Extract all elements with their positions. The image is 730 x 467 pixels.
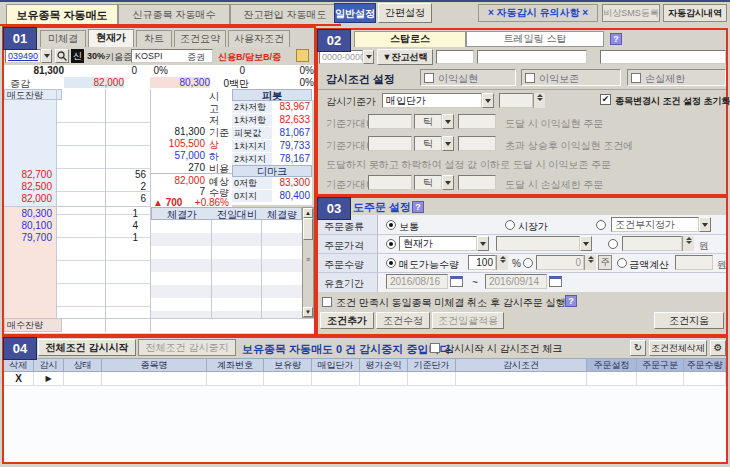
loss-limit-checkbox[interactable] [631, 73, 641, 83]
order-qty-amount-input[interactable] [675, 255, 713, 270]
col-header-ordersetting[interactable]: 주문설정 [587, 358, 637, 372]
tab-auto-sell-holdings[interactable]: 보유종목 자동매도 [6, 4, 118, 26]
stock-code-dropdown-arrow-icon[interactable] [41, 49, 52, 63]
order-type-market-radio[interactable] [505, 220, 515, 230]
order-price-current-arrow-icon[interactable] [477, 236, 489, 251]
base-price-dropdown-arrow-icon[interactable] [482, 93, 494, 108]
col-header-condition[interactable]: 감시조건 [456, 358, 587, 372]
validity-to-input[interactable]: 2016/09/14 [485, 274, 547, 289]
refresh-icon[interactable]: ↻ [630, 340, 646, 356]
cond1-value-input[interactable] [368, 114, 412, 129]
tab-user-condition[interactable]: 사용자조건 [228, 30, 290, 47]
general-settings-button[interactable]: 일반설정 [334, 3, 376, 23]
tab-auto-sell-balance[interactable]: 잔고편입 자동매도 [230, 4, 340, 26]
cond2-unit-arrow-icon[interactable] [442, 136, 454, 151]
col-header-holding[interactable]: 보유량 [264, 358, 312, 372]
tab-unfilled[interactable]: 미체결 [40, 30, 86, 47]
validity-from-input[interactable]: 2016/08/16 [386, 274, 448, 289]
ask-price[interactable]: 82,000 [4, 193, 52, 204]
order-type-cond-radio[interactable] [596, 220, 606, 230]
market-field[interactable]: KOSPI 증권 [131, 49, 213, 63]
tab-trailing-stop[interactable]: 트레일링 스탑 [466, 31, 604, 47]
memo-icon[interactable] [296, 49, 309, 62]
row-delete-button[interactable]: X [4, 372, 34, 386]
tab-stoploss[interactable]: 스탑로스 [354, 31, 466, 47]
search-icon[interactable] [55, 49, 69, 63]
scroll-up-icon[interactable]: ▲ [303, 208, 313, 218]
bid-price[interactable]: 80,100 [4, 220, 52, 231]
cond3-target-input[interactable] [458, 175, 496, 190]
order-price-fixed-input[interactable] [622, 236, 682, 251]
base-price-select[interactable]: 매입단가 [382, 93, 482, 108]
stop-extra-input[interactable] [600, 50, 726, 64]
order-qty-pct-spinner[interactable] [496, 255, 508, 270]
account-dropdown-arrow-icon[interactable] [363, 50, 374, 64]
apply-all-condition-button[interactable]: 조건일괄적용 [432, 312, 504, 329]
order-price-tick-select[interactable] [496, 236, 580, 251]
gear-icon[interactable]: ⚙ [710, 340, 726, 356]
tab-auto-buy-new[interactable]: 신규종목 자동매수 [118, 4, 230, 26]
col-header-state[interactable]: 상태 [64, 358, 102, 372]
order-type-normal-radio[interactable] [386, 220, 396, 230]
col-header-ordertype[interactable]: 주문구분 [637, 358, 684, 372]
cond2-value-input[interactable] [368, 136, 412, 151]
scroll-thumb[interactable] [303, 218, 313, 240]
order-price-fixed-radio[interactable] [608, 239, 618, 249]
stock-code-input[interactable]: 039490 [5, 49, 41, 63]
cond3-value-input[interactable] [368, 175, 412, 190]
simple-settings-button[interactable]: 간편설정 [378, 3, 432, 23]
order-qty-shares-spinner[interactable] [584, 255, 596, 270]
order-qty-shares-input[interactable]: 0 [536, 255, 584, 270]
order-type-cond-arrow-icon[interactable] [699, 217, 711, 232]
ask-price[interactable]: 82,500 [4, 181, 52, 192]
order-qty-pct-input[interactable]: 100 [468, 255, 496, 270]
calendar-icon[interactable] [450, 276, 463, 287]
row-play-icon[interactable]: ▶ [34, 372, 64, 386]
trades-scrollbar[interactable]: ▲ ≡ ▼ [302, 207, 314, 318]
cond2-unit-select[interactable]: 틱 [414, 136, 442, 151]
col-header-profit[interactable]: 평가순익 [360, 358, 408, 372]
account-input[interactable]: 0000-0000 [319, 50, 363, 64]
order-price-tick-arrow-icon[interactable] [580, 236, 592, 251]
bid-price[interactable]: 79,700 [4, 232, 52, 243]
cancel-unfilled-checkbox[interactable] [322, 297, 332, 307]
cancel-unfilled-help-icon[interactable]: ? [565, 295, 577, 307]
clear-condition-button[interactable]: 조건지움 [654, 312, 724, 329]
col-header-orderqty[interactable]: 주문수량 [684, 358, 726, 372]
tab-current-price[interactable]: 현재가 [88, 29, 134, 47]
order-price-current-select[interactable]: 현재가 [399, 236, 477, 251]
cond3-unit-select[interactable]: 틱 [414, 175, 442, 190]
watch-history-button[interactable]: 자동감시내역 [663, 4, 727, 22]
tab-chart[interactable]: 차트 [136, 30, 172, 47]
stop-stock-name-input[interactable] [477, 50, 587, 64]
col-header-account[interactable]: 계좌번호 [207, 358, 264, 372]
start-all-watch-button[interactable]: 전체조건 감시시작 [38, 339, 136, 356]
bid-price[interactable]: 80,300 [4, 208, 52, 219]
order-qty-available-radio[interactable] [386, 258, 396, 268]
stop-all-watch-button[interactable]: 전체조건 감시중지 [138, 339, 236, 356]
profit-take-checkbox[interactable] [424, 73, 434, 83]
sms-register-button[interactable]: 비상SMS등록 [602, 4, 660, 22]
base-price-value-input[interactable] [499, 93, 533, 108]
col-header-baseprice[interactable]: 기준단가 [408, 358, 456, 372]
cond1-unit-arrow-icon[interactable] [442, 114, 454, 129]
reset-checkbox[interactable]: ✔ [600, 94, 611, 105]
order-price-current-radio[interactable] [386, 239, 396, 249]
order-qty-amount-radio[interactable] [617, 258, 627, 268]
order-type-cond-select[interactable]: 조건부지정가 [611, 217, 699, 232]
edit-condition-button[interactable]: 조건수정 [376, 312, 430, 329]
tab-condition-summary[interactable]: 조건요약 [174, 30, 226, 47]
calendar-icon[interactable] [549, 276, 562, 287]
col-header-watch[interactable]: 감시 [34, 358, 64, 372]
add-condition-button[interactable]: 조건추가 [320, 312, 374, 329]
col-header-buyprice[interactable]: 매입단가 [312, 358, 360, 372]
cond1-unit-select[interactable]: 틱 [414, 114, 442, 129]
cond3-unit-arrow-icon[interactable] [442, 175, 454, 190]
base-price-spinner[interactable] [533, 93, 545, 108]
order-settings-help-icon[interactable]: ? [412, 201, 424, 213]
cond2-target-input[interactable] [458, 136, 496, 151]
stop-stock-code-input[interactable] [436, 50, 474, 64]
order-qty-shares-radio[interactable] [523, 258, 533, 268]
check-on-start-checkbox[interactable] [430, 343, 440, 353]
delete-all-conditions-button[interactable]: 조건전체삭제 [649, 340, 707, 356]
